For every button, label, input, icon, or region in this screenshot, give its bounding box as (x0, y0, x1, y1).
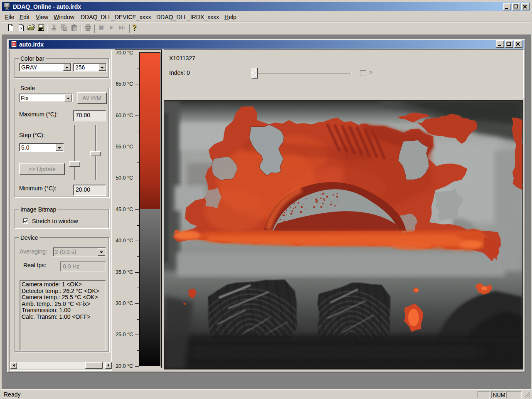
svg-text:S: S (20, 26, 22, 30)
svg-text:?: ? (133, 23, 137, 32)
svg-text:1: 1 (123, 26, 126, 30)
